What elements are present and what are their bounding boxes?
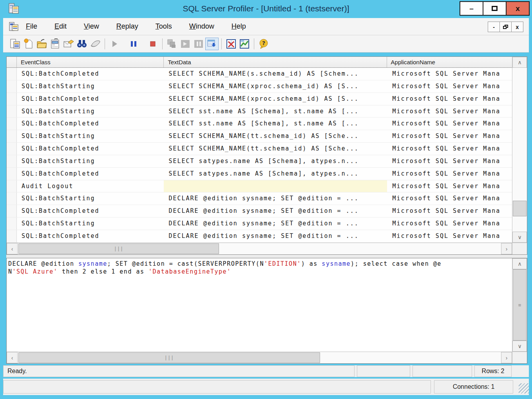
scroll-right-icon[interactable]: › bbox=[501, 352, 512, 363]
scroll-right-icon[interactable]: › bbox=[501, 243, 512, 254]
connection-bar: Connections: 1 bbox=[3, 379, 529, 395]
open-folder-button[interactable] bbox=[35, 38, 49, 50]
resize-grip[interactable] bbox=[519, 383, 529, 394]
properties-button[interactable] bbox=[62, 38, 75, 50]
scroll-left-icon[interactable]: ‹ bbox=[7, 352, 18, 363]
minimize-button[interactable]: – bbox=[460, 1, 483, 16]
row-selector[interactable] bbox=[7, 168, 17, 180]
row-selector[interactable] bbox=[7, 218, 17, 230]
mdi-close-icon: x bbox=[516, 24, 519, 30]
sql-line: DECLARE @edition sysname; SET @edition =… bbox=[8, 260, 511, 268]
text-hscroll-track[interactable]: ||| bbox=[18, 352, 501, 363]
find-button[interactable] bbox=[75, 38, 89, 50]
close-button[interactable]: x bbox=[506, 1, 530, 16]
row-selector[interactable] bbox=[7, 130, 17, 142]
table-row[interactable]: SQL:BatchCompletedSELECT SCHEMA_NAME(tt.… bbox=[7, 143, 512, 155]
help-button[interactable]: ? bbox=[257, 38, 270, 50]
column-header-applicationname[interactable]: ApplicationName bbox=[387, 57, 512, 67]
mdi-close-button[interactable]: x bbox=[511, 22, 523, 32]
scroll-down-icon[interactable]: ∨ bbox=[512, 341, 527, 352]
close-icon: x bbox=[516, 4, 520, 13]
table-row[interactable]: SQL:BatchCompletedSELECT SCHEMA_NAME(s.s… bbox=[7, 68, 512, 80]
table-row[interactable]: SQL:BatchStartingSELECT SCHEMA_NAME(xpro… bbox=[7, 80, 512, 93]
text-horizontal-scrollbar[interactable]: ‹ ||| › bbox=[7, 352, 512, 363]
toggle-results-button[interactable] bbox=[224, 38, 238, 50]
status-panel-empty bbox=[413, 365, 472, 377]
eraser-button[interactable] bbox=[89, 38, 102, 50]
table-row[interactable]: SQL:BatchStartingDECLARE @edition sysnam… bbox=[7, 218, 512, 230]
title-bar[interactable]: SQL Server Profiler - [Untitled - 1 (tes… bbox=[0, 0, 532, 17]
table-row[interactable]: SQL:BatchCompletedDECLARE @edition sysna… bbox=[7, 205, 512, 218]
menu-tools[interactable]: Tools bbox=[156, 22, 172, 31]
pause-icon bbox=[130, 40, 138, 48]
application-name-cell: Microsoft SQL Server Mana bbox=[387, 230, 512, 242]
replay-pause-button[interactable] bbox=[192, 38, 205, 50]
scroll-down-icon[interactable]: ∨ bbox=[512, 232, 527, 243]
new-file-button[interactable] bbox=[22, 38, 35, 50]
scroll-up-icon[interactable]: ∧ bbox=[512, 57, 527, 68]
save-trace-button[interactable] bbox=[49, 38, 62, 50]
table-row[interactable]: SQL:BatchCompletedDECLARE @edition sysna… bbox=[7, 230, 512, 243]
grid-vscroll-track[interactable] bbox=[512, 68, 527, 232]
toolbar-separator bbox=[221, 38, 222, 49]
table-row[interactable]: SQL:BatchStartingSELECT SCHEMA_NAME(tt.s… bbox=[7, 130, 512, 143]
grid-vscroll-thumb[interactable] bbox=[513, 201, 527, 216]
maximize-button[interactable] bbox=[483, 1, 507, 16]
menu-help[interactable]: Help bbox=[232, 22, 246, 31]
row-selector[interactable] bbox=[7, 93, 17, 105]
mdi-restore-button[interactable] bbox=[499, 22, 512, 32]
row-selector[interactable] bbox=[7, 143, 17, 155]
grid-horizontal-scrollbar[interactable]: ‹ ||| › bbox=[7, 243, 512, 254]
table-row[interactable]: SQL:BatchStartingSELECT sst.name AS [Sch… bbox=[7, 105, 512, 118]
row-selector[interactable] bbox=[7, 205, 17, 217]
row-selector[interactable] bbox=[7, 68, 17, 80]
minimize-icon: – bbox=[469, 4, 474, 13]
sql-text[interactable]: DECLARE @edition sysname; SET @edition =… bbox=[7, 258, 512, 352]
text-vscroll-thumb[interactable]: ≡ bbox=[513, 269, 527, 341]
menu-window[interactable]: Window bbox=[189, 22, 214, 31]
event-class-cell: Audit Logout bbox=[17, 180, 164, 192]
autoscroll-button[interactable] bbox=[205, 38, 219, 50]
grid-hscroll-track[interactable]: ||| bbox=[18, 243, 501, 254]
table-row[interactable]: SQL:BatchCompletedSELECT satypes.name AS… bbox=[7, 168, 512, 180]
column-header-textdata[interactable]: TextData bbox=[164, 57, 387, 67]
table-row[interactable]: Audit LogoutMicrosoft SQL Server Mana bbox=[7, 180, 512, 193]
row-selector[interactable] bbox=[7, 155, 17, 167]
table-row[interactable]: SQL:BatchStartingDECLARE @edition sysnam… bbox=[7, 192, 512, 205]
replay-run-button[interactable] bbox=[179, 38, 192, 50]
row-selector[interactable] bbox=[7, 230, 17, 242]
row-selector[interactable] bbox=[7, 80, 17, 92]
start-trace-button[interactable] bbox=[108, 38, 121, 50]
replay-pages-button[interactable] bbox=[165, 38, 179, 50]
text-vscroll-track[interactable]: ≡ bbox=[512, 269, 527, 341]
table-row[interactable]: SQL:BatchStartingSELECT satypes.name AS … bbox=[7, 155, 512, 168]
connection-panel-empty bbox=[3, 380, 431, 394]
stop-trace-button[interactable] bbox=[146, 38, 159, 50]
event-class-cell: SQL:BatchStarting bbox=[17, 130, 164, 142]
row-selector[interactable] bbox=[7, 180, 17, 192]
text-hscroll-thumb[interactable]: ||| bbox=[18, 352, 320, 363]
find-icon bbox=[76, 38, 88, 49]
table-row[interactable]: SQL:BatchCompletedSELECT SCHEMA_NAME(xpr… bbox=[7, 93, 512, 105]
grid-hscroll-thumb[interactable]: ||| bbox=[18, 243, 219, 254]
menu-edit[interactable]: Edit bbox=[54, 22, 67, 31]
column-header-eventclass[interactable]: EventClass bbox=[17, 57, 164, 67]
scroll-left-icon[interactable]: ‹ bbox=[7, 243, 18, 254]
scroll-up-icon[interactable]: ∧ bbox=[512, 258, 527, 269]
new-trace-button[interactable] bbox=[9, 38, 22, 50]
table-row[interactable]: SQL:BatchCompletedSELECT sst.name AS [Sc… bbox=[7, 118, 512, 130]
menu-view[interactable]: View bbox=[84, 22, 99, 31]
text-vertical-scrollbar[interactable]: ∧ ≡ ∨ bbox=[512, 258, 527, 352]
row-selector[interactable] bbox=[7, 192, 17, 205]
row-selector[interactable] bbox=[7, 118, 17, 130]
row-selector[interactable] bbox=[7, 105, 17, 118]
grid-vertical-scrollbar[interactable]: ∧ ∨ bbox=[512, 57, 527, 243]
menu-file[interactable]: File bbox=[26, 22, 37, 31]
chart-button[interactable] bbox=[238, 38, 251, 50]
pause-trace-button[interactable] bbox=[127, 38, 140, 50]
mdi-minimize-button[interactable]: - bbox=[488, 22, 500, 32]
grid-body: SQL:BatchCompletedSELECT SCHEMA_NAME(s.s… bbox=[7, 68, 512, 243]
sql-line: N'SQL Azure' then 2 else 1 end as 'Datab… bbox=[8, 268, 511, 276]
pane-splitter[interactable] bbox=[6, 255, 527, 258]
menu-replay[interactable]: Replay bbox=[116, 22, 138, 31]
